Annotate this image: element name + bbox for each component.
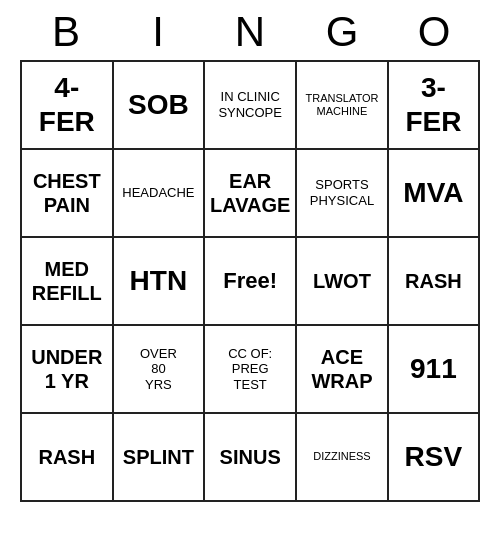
cell-r1-c3: SPORTSPHYSICAL (296, 149, 388, 237)
cell-r3-c0: UNDER1 YR (21, 325, 113, 413)
cell-r1-c0: CHESTPAIN (21, 149, 113, 237)
cell-r4-c2: SINUS (204, 413, 296, 501)
cell-r3-c2: CC OF:PREGTEST (204, 325, 296, 413)
cell-r3-c4: 911 (388, 325, 479, 413)
cell-r4-c1: SPLINT (113, 413, 205, 501)
cell-r2-c2: Free! (204, 237, 296, 325)
cell-r4-c0: RASH (21, 413, 113, 501)
cell-r3-c1: OVER80YRS (113, 325, 205, 413)
cell-r2-c0: MEDREFILL (21, 237, 113, 325)
cell-r0-c3: TRANSLATORMACHINE (296, 61, 388, 149)
cell-r1-c4: MVA (388, 149, 479, 237)
cell-r1-c1: HEADACHE (113, 149, 205, 237)
cell-r1-c2: EARLAVAGE (204, 149, 296, 237)
cell-r0-c1: SOB (113, 61, 205, 149)
cell-r0-c2: IN CLINICSYNCOPE (204, 61, 296, 149)
cell-r0-c4: 3-FER (388, 61, 479, 149)
title-b: B (26, 8, 106, 56)
cell-r2-c3: LWOT (296, 237, 388, 325)
title-o: O (394, 8, 474, 56)
title-n: N (210, 8, 290, 56)
cell-r2-c1: HTN (113, 237, 205, 325)
title-g: G (302, 8, 382, 56)
cell-r4-c3: DIZZINESS (296, 413, 388, 501)
cell-r4-c4: RSV (388, 413, 479, 501)
bingo-grid: 4-FERSOBIN CLINICSYNCOPETRANSLATORMACHIN… (20, 60, 480, 502)
cell-r2-c4: RASH (388, 237, 479, 325)
cell-r0-c0: 4-FER (21, 61, 113, 149)
cell-r3-c3: ACEWRAP (296, 325, 388, 413)
title-i: I (118, 8, 198, 56)
bingo-title: B I N G O (20, 0, 480, 60)
